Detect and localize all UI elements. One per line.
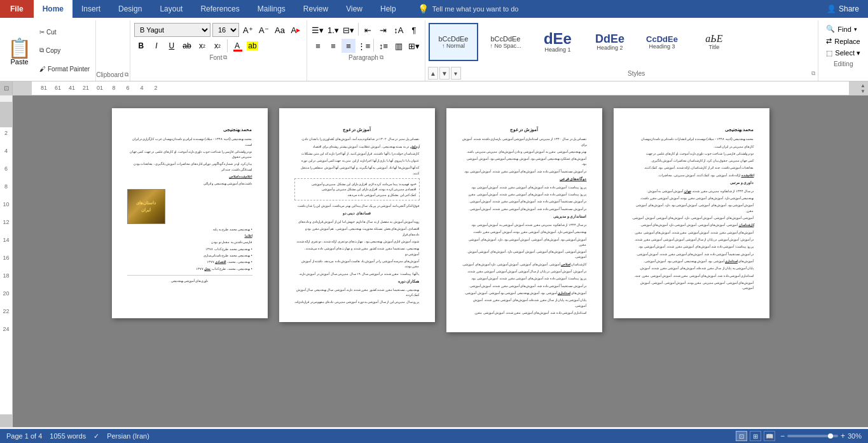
align-left-button[interactable]: ≡ xyxy=(311,39,325,53)
book-image: داستان‌هایایران xyxy=(127,189,165,224)
select-button[interactable]: ⬚ Select ▾ xyxy=(823,47,863,59)
style-heading1[interactable]: dEe Heading 1 xyxy=(533,23,582,61)
ruler-num-8: 8 xyxy=(107,85,121,91)
find-button[interactable]: 🔍 Find ▾ xyxy=(823,23,863,35)
show-formatting-button[interactable]: ¶ xyxy=(407,23,421,37)
tab-help[interactable]: Help xyxy=(371,0,405,18)
page-3: آموزش در عوج نفسانی پل در سال ۱۳۴۰ از مد… xyxy=(446,108,602,332)
italic-button[interactable]: I xyxy=(149,39,163,53)
tab-mailings[interactable]: Mailings xyxy=(249,0,294,18)
decrease-indent-button[interactable]: ⇤ xyxy=(361,23,375,37)
page-2: آموزش در عوج نفسانی پل مدیر در سال ۱۳۰۲ … xyxy=(279,108,435,322)
multilevel-list-button[interactable]: ⊟▾ xyxy=(341,23,355,37)
tab-layout[interactable]: Layout xyxy=(151,0,191,18)
vruler-16: 16 xyxy=(3,255,9,261)
borders-button[interactable]: ⊞▾ xyxy=(407,39,421,53)
subscript-button[interactable]: x2 xyxy=(195,39,209,53)
format-painter-button[interactable]: 🖌 Format Painter xyxy=(38,65,92,73)
vruler-10: 10 xyxy=(3,201,9,207)
editing-label: Editing xyxy=(823,59,863,67)
justify-button[interactable]: ⋮≡ xyxy=(357,39,371,53)
ruler-num-21: 21 xyxy=(79,85,93,91)
share-button[interactable]: 👤 Share xyxy=(818,0,868,18)
style-heading3[interactable]: CcDdEe Heading 3 xyxy=(637,23,687,61)
style-heading2[interactable]: DdEe Heading 2 xyxy=(585,23,635,61)
ruler-num-41: 41 xyxy=(65,85,79,91)
bullets-button[interactable]: ☰▾ xyxy=(311,23,325,37)
replace-icon: ⇄ xyxy=(826,37,832,45)
copy-icon: ⧉ xyxy=(39,46,44,54)
change-case-button[interactable]: Aa xyxy=(273,23,287,37)
vruler-24: 24 xyxy=(3,326,9,332)
underline-button[interactable]: U xyxy=(165,39,179,53)
tab-file[interactable]: File xyxy=(0,0,34,18)
tab-insert[interactable]: Insert xyxy=(72,0,109,18)
font-color-button[interactable]: A xyxy=(230,39,244,53)
styles-scroll-up[interactable]: ▲ xyxy=(428,67,438,80)
tab-design[interactable]: Design xyxy=(109,0,151,18)
numbering-button[interactable]: 1.▾ xyxy=(326,23,340,37)
paste-label: Paste xyxy=(10,58,28,66)
font-expand-icon[interactable]: ⧉ xyxy=(223,54,227,61)
align-center-button[interactable]: ≡ xyxy=(326,39,340,53)
paragraph-label: Paragraph xyxy=(348,54,378,61)
decrease-font-button[interactable]: A⁻ xyxy=(257,23,271,37)
vruler-18: 18 xyxy=(3,272,9,279)
line-spacing-button[interactable]: ↕≡ xyxy=(376,39,390,53)
align-right-button[interactable]: ≡ xyxy=(341,39,355,53)
cut-icon: ✂ xyxy=(39,29,45,36)
find-icon: 🔍 xyxy=(826,25,835,33)
bold-button[interactable]: B xyxy=(134,39,148,53)
shading-button[interactable]: ▥ xyxy=(392,39,406,53)
vruler-4: 4 xyxy=(4,148,8,154)
page-4: محمد بهنجنیجی محمد بهنجنیجی (کنیه ۱۳۴۸ -… xyxy=(614,108,769,318)
tab-references[interactable]: References xyxy=(191,0,248,18)
tab-home[interactable]: Home xyxy=(34,0,72,18)
tab-review[interactable]: Review xyxy=(294,0,337,18)
font-label: Font xyxy=(209,54,222,61)
ruler-num-61: 61 xyxy=(51,85,65,91)
highlight-button[interactable]: ab xyxy=(245,39,259,53)
paste-icon: 📋 xyxy=(8,39,31,58)
styles-label: Styles xyxy=(464,70,809,77)
page-1: محمد بهنجنیجی محمد بهنجنیجی (کنیه ۱۳۴۸ -… xyxy=(112,108,268,318)
clipboard-label: Clipboard xyxy=(96,71,123,78)
style-no-spacing[interactable]: bCcDdEe ↑ No Spac... xyxy=(481,23,530,61)
sort-button[interactable]: ↕A xyxy=(392,23,406,37)
ruler-corner: ⊡ xyxy=(4,85,9,92)
ruler-scroll-up[interactable]: ▲ xyxy=(860,83,865,88)
ruler-scroll-down[interactable]: ▼ xyxy=(860,89,865,94)
strikethrough-button[interactable]: ab xyxy=(180,39,194,53)
cut-button[interactable]: ✂ Cut xyxy=(38,28,92,36)
replace-button[interactable]: ⇄ Replace xyxy=(823,35,863,47)
text-effects-button[interactable]: A▶ xyxy=(289,23,303,37)
lightbulb-icon: 💡 xyxy=(418,4,429,14)
tab-view[interactable]: View xyxy=(337,0,371,18)
copy-button[interactable]: ⧉ Copy xyxy=(38,46,92,55)
person-icon: 👤 xyxy=(827,4,836,13)
increase-font-button[interactable]: A⁺ xyxy=(241,23,255,37)
style-title[interactable]: aЬЕ Title xyxy=(689,23,739,61)
paragraph-expand-icon[interactable]: ⧉ xyxy=(380,54,383,61)
styles-expand-icon[interactable]: ⧉ xyxy=(811,70,815,77)
styles-more[interactable]: ▾ xyxy=(451,67,461,80)
search-bar-text[interactable]: Tell me what you want to do xyxy=(432,5,519,13)
ruler-num-01: 01 xyxy=(93,85,107,91)
styles-scroll-down[interactable]: ▼ xyxy=(439,67,450,80)
font-family-select[interactable]: B Yagut xyxy=(134,23,210,37)
increase-indent-button[interactable]: ⇥ xyxy=(376,23,390,37)
superscript-button[interactable]: x2 xyxy=(210,39,224,53)
paste-button[interactable]: 📋 Paste xyxy=(4,23,35,81)
font-size-select[interactable]: 16 xyxy=(212,23,239,37)
style-normal[interactable]: bCcDdEe ↑ Normal xyxy=(429,23,478,61)
select-icon: ⬚ xyxy=(826,49,832,57)
vruler-8: 8 xyxy=(4,183,8,190)
vruler-2: 2 xyxy=(4,130,8,136)
format-painter-icon: 🖌 xyxy=(39,66,46,73)
clipboard-expand-icon[interactable]: ⧉ xyxy=(125,71,128,78)
vruler-6: 6 xyxy=(4,165,8,172)
ruler-num-6: 6 xyxy=(121,85,135,91)
ruler-num-81: 81 xyxy=(37,85,51,91)
vruler-22: 22 xyxy=(3,308,9,314)
vruler-20: 20 xyxy=(3,290,9,297)
